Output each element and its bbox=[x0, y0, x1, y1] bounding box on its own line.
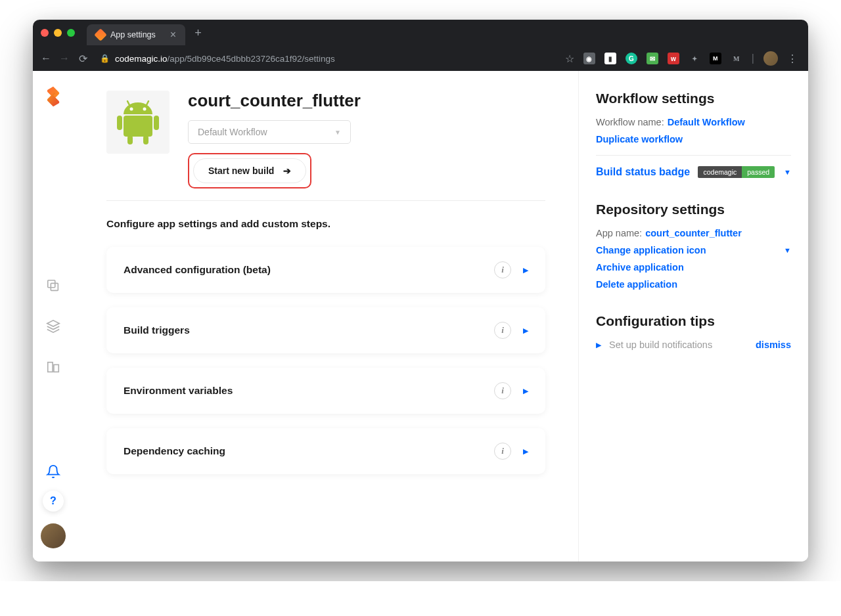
tip-text[interactable]: Set up build notifications bbox=[609, 340, 748, 350]
svg-rect-2 bbox=[48, 363, 53, 372]
svg-rect-4 bbox=[124, 116, 152, 137]
svg-rect-6 bbox=[154, 116, 159, 130]
left-sidebar: ? bbox=[33, 71, 74, 561]
card-title: Advanced configuration (beta) bbox=[124, 264, 271, 276]
card-dep-caching[interactable]: Dependency caching i ▶ bbox=[106, 428, 545, 474]
card-title: Dependency caching bbox=[124, 445, 225, 457]
section-title: Configure app settings and add custom st… bbox=[106, 218, 545, 230]
right-sidebar: Workflow settings Workflow name: Default… bbox=[578, 71, 808, 561]
url-display[interactable]: 🔒 codemagic.io/app/5db99ce45dbbb23726ca1… bbox=[95, 54, 560, 64]
dismiss-tip-link[interactable]: dismiss bbox=[756, 340, 791, 350]
status-badge: codemagic passed bbox=[698, 166, 775, 178]
workflow-settings-block: Workflow settings Workflow name: Default… bbox=[596, 91, 791, 178]
app-name-label: App name: bbox=[596, 228, 642, 238]
info-icon[interactable]: i bbox=[494, 322, 511, 339]
separator: | bbox=[752, 53, 754, 64]
extension-icon[interactable]: ◉ bbox=[583, 53, 595, 64]
forward-button[interactable]: → bbox=[58, 53, 71, 64]
svg-rect-3 bbox=[54, 364, 58, 372]
app-name-link[interactable]: court_counter_flutter bbox=[645, 228, 742, 238]
workflow-select-value: Default Workflow bbox=[198, 127, 267, 137]
repo-settings-block: Repository settings App name: court_coun… bbox=[596, 202, 791, 290]
expand-icon: ▶ bbox=[523, 326, 528, 335]
app-title: court_counter_flutter bbox=[188, 91, 545, 111]
extension-icon[interactable]: ✦ bbox=[689, 53, 700, 64]
page-content: ? court_counter_flutter Default Workflow… bbox=[33, 71, 808, 561]
card-title: Build triggers bbox=[124, 324, 190, 336]
svg-rect-7 bbox=[127, 135, 133, 144]
toolbar-right: ☆ ◉ ▮ G ✉ w ✦ M M | ⋮ bbox=[565, 51, 802, 66]
badge-left: codemagic bbox=[698, 166, 742, 178]
workflow-name-link[interactable]: Default Workflow bbox=[668, 117, 745, 127]
user-avatar-icon[interactable] bbox=[41, 523, 66, 548]
reload-button[interactable]: ⟳ bbox=[76, 53, 89, 65]
divider bbox=[106, 200, 545, 201]
repo-settings-heading: Repository settings bbox=[596, 202, 791, 217]
arrow-right-icon: ➔ bbox=[283, 165, 291, 176]
minimize-window-button[interactable] bbox=[54, 29, 62, 37]
browser-window: App settings × + ← → ⟳ 🔒 codemagic.io/ap… bbox=[33, 20, 808, 561]
help-button[interactable]: ? bbox=[43, 491, 64, 512]
maximize-window-button[interactable] bbox=[67, 29, 75, 37]
svg-rect-5 bbox=[117, 116, 122, 130]
back-button[interactable]: ← bbox=[39, 53, 53, 64]
start-build-label: Start new build bbox=[208, 165, 274, 176]
apps-icon[interactable] bbox=[46, 278, 60, 293]
duplicate-workflow-link[interactable]: Duplicate workflow bbox=[596, 134, 683, 144]
info-icon[interactable]: i bbox=[494, 261, 511, 278]
delete-app-link[interactable]: Delete application bbox=[596, 279, 677, 290]
change-icon-link[interactable]: Change application icon bbox=[596, 245, 706, 255]
url-path: /app/5db99ce45dbbb23726ca1f92/settings bbox=[168, 54, 335, 64]
titlebar: App settings × + bbox=[33, 20, 808, 46]
builds-icon[interactable] bbox=[46, 319, 60, 334]
build-status-badge-link[interactable]: Build status badge bbox=[596, 166, 690, 178]
close-window-button[interactable] bbox=[41, 29, 49, 37]
svg-point-11 bbox=[130, 108, 133, 111]
app-icon bbox=[106, 91, 170, 154]
extension-icon[interactable]: w bbox=[668, 53, 679, 64]
tip-arrow-icon: ▶ bbox=[596, 341, 601, 349]
new-tab-button[interactable]: + bbox=[194, 26, 202, 40]
sidebar-bottom: ? bbox=[41, 464, 66, 561]
url-host: codemagic.io bbox=[115, 54, 168, 64]
app-header: court_counter_flutter Default Workflow ▼… bbox=[106, 91, 545, 188]
extension-icon[interactable]: ✉ bbox=[647, 53, 658, 64]
start-new-build-button[interactable]: Start new build ➔ bbox=[193, 158, 306, 183]
workflow-select[interactable]: Default Workflow ▼ bbox=[188, 120, 351, 144]
expand-icon: ▶ bbox=[523, 387, 528, 395]
card-title: Environment variables bbox=[124, 385, 233, 397]
svg-rect-0 bbox=[48, 280, 55, 288]
address-bar: ← → ⟳ 🔒 codemagic.io/app/5db99ce45dbbb23… bbox=[33, 46, 808, 71]
traffic-lights bbox=[41, 29, 75, 37]
codemagic-logo-icon[interactable] bbox=[42, 85, 64, 108]
svg-rect-8 bbox=[143, 135, 148, 144]
menu-icon[interactable]: ⋮ bbox=[787, 53, 798, 65]
extension-icon[interactable]: G bbox=[625, 53, 637, 64]
expand-icon: ▶ bbox=[523, 266, 528, 275]
tab-favicon-icon bbox=[94, 28, 107, 41]
star-icon[interactable]: ☆ bbox=[565, 53, 574, 65]
card-build-triggers[interactable]: Build triggers i ▶ bbox=[106, 307, 545, 353]
lock-icon: 🔒 bbox=[100, 54, 110, 63]
sidebar-nav bbox=[46, 278, 60, 374]
card-env-vars[interactable]: Environment variables i ▶ bbox=[106, 368, 545, 414]
teams-icon[interactable] bbox=[46, 360, 60, 374]
svg-point-12 bbox=[143, 108, 147, 111]
divider bbox=[596, 155, 791, 156]
notifications-icon[interactable] bbox=[46, 464, 60, 479]
chevron-down-icon[interactable]: ▼ bbox=[784, 168, 791, 176]
info-icon[interactable]: i bbox=[494, 443, 511, 460]
extension-icon[interactable]: ▮ bbox=[604, 53, 616, 64]
chevron-down-icon[interactable]: ▼ bbox=[784, 246, 791, 254]
main-column: court_counter_flutter Default Workflow ▼… bbox=[74, 71, 578, 561]
workflow-settings-heading: Workflow settings bbox=[596, 91, 791, 106]
close-tab-icon[interactable]: × bbox=[170, 29, 176, 41]
extension-icon[interactable]: M bbox=[731, 53, 742, 64]
card-advanced-config[interactable]: Advanced configuration (beta) i ▶ bbox=[106, 247, 545, 293]
archive-app-link[interactable]: Archive application bbox=[596, 262, 684, 273]
browser-tab[interactable]: App settings × bbox=[87, 24, 185, 45]
info-icon[interactable]: i bbox=[494, 382, 511, 399]
workflow-name-label: Workflow name: bbox=[596, 117, 664, 127]
extension-icon[interactable]: M bbox=[710, 53, 721, 64]
profile-avatar-icon[interactable] bbox=[763, 51, 778, 66]
